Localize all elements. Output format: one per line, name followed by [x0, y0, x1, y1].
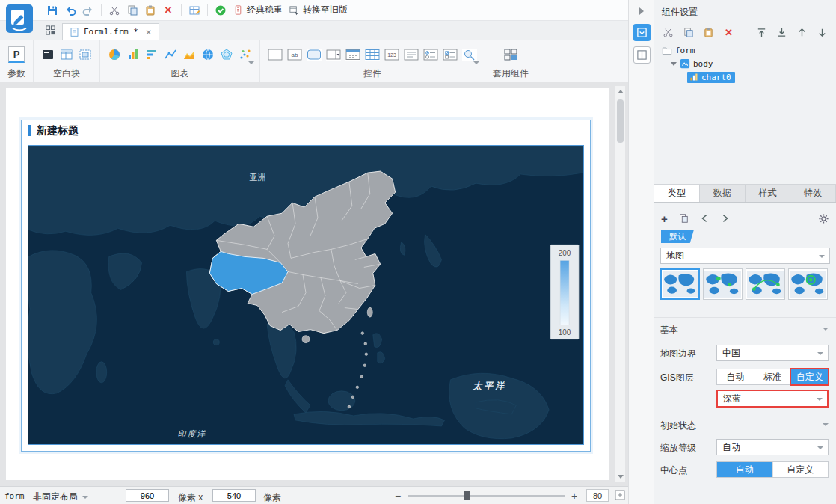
gis-standard-option[interactable]: 标准 — [754, 369, 792, 384]
query-widget-icon[interactable] — [462, 49, 477, 61]
form-width-input[interactable] — [126, 489, 169, 502]
move-to-bottom-button[interactable] — [775, 25, 789, 40]
map-subtype-point[interactable] — [703, 268, 743, 300]
zoom-value[interactable]: 80 — [586, 489, 609, 502]
scroll-up-icon[interactable] — [618, 90, 624, 93]
text-widget-icon[interactable]: ab — [287, 49, 302, 61]
form-body-selected[interactable]: 新建标题 — [21, 120, 591, 452]
chevron-down-icon[interactable] — [248, 61, 254, 75]
map-chart-icon[interactable] — [201, 48, 215, 61]
gear-icon[interactable] — [818, 213, 829, 224]
gis-auto-option[interactable]: 自动 — [717, 369, 754, 384]
form-settings-button[interactable] — [185, 1, 203, 19]
bar-chart-icon[interactable] — [145, 48, 159, 61]
chart-type-select[interactable]: 地图 — [660, 248, 830, 264]
layout-settings-toggle[interactable] — [633, 46, 651, 64]
canvas-vertical-scrollbar[interactable] — [615, 85, 626, 483]
fit-page-icon[interactable] — [615, 490, 625, 500]
zoom-in-button[interactable]: + — [571, 490, 577, 502]
center-custom-option[interactable]: 自定义 — [773, 462, 829, 477]
chevron-down-icon[interactable] — [823, 328, 829, 331]
preview-button[interactable] — [212, 1, 230, 19]
line-chart-icon[interactable] — [164, 48, 177, 61]
save-button[interactable] — [43, 1, 61, 19]
undo-button[interactable] — [61, 1, 79, 19]
label-widget-icon[interactable] — [268, 49, 283, 61]
reuse-component-icon[interactable] — [503, 48, 518, 61]
section-initial-state-header[interactable]: 初始状态 — [660, 420, 696, 432]
scroll-down-icon[interactable] — [618, 475, 624, 479]
tab-style[interactable]: 样式 — [746, 185, 791, 202]
radar-chart-icon[interactable] — [220, 48, 233, 61]
chevron-down-icon[interactable] — [473, 61, 479, 75]
map-subtype-flow[interactable] — [746, 268, 785, 300]
move-down-button[interactable] — [815, 25, 829, 40]
design-canvas[interactable]: 新建标题 — [0, 82, 628, 486]
paste-button[interactable] — [141, 1, 159, 19]
panel-copy-button[interactable] — [681, 25, 695, 40]
tree-item-body[interactable]: body — [654, 57, 836, 70]
pie-chart-icon[interactable] — [108, 48, 121, 61]
column-chart-icon[interactable] — [126, 48, 140, 61]
radio-group-widget-icon[interactable] — [423, 49, 438, 61]
report-block-icon[interactable] — [60, 48, 73, 61]
china-map-chart[interactable]: 亚洲 太平洋 印度洋 200 100 — [28, 146, 583, 444]
gis-custom-option-selected[interactable]: 自定义 — [791, 369, 828, 384]
move-up-button[interactable] — [795, 25, 809, 40]
layout-mode-dropdown[interactable]: 非固定布局 — [33, 491, 88, 503]
cut-button[interactable] — [105, 1, 123, 19]
scrollbar-thumb[interactable] — [617, 99, 624, 143]
tab-block-icon[interactable] — [41, 48, 55, 61]
tree-expander-icon[interactable] — [671, 62, 677, 66]
map-boundary-select[interactable]: 中国 — [716, 345, 829, 361]
combo-widget-icon[interactable] — [326, 49, 341, 61]
scatter-chart-icon[interactable] — [239, 48, 252, 61]
date-widget-icon[interactable] — [345, 49, 360, 61]
tab-type[interactable]: 类型 — [654, 185, 700, 202]
delete-button[interactable]: ✕ — [159, 1, 177, 19]
app-logo-icon[interactable] — [5, 3, 34, 36]
copy-button[interactable] — [123, 1, 141, 19]
arrow-right-icon[interactable] — [720, 213, 731, 224]
directory-icon[interactable] — [45, 25, 56, 36]
parameter-pane-icon[interactable]: P — [8, 46, 25, 63]
panel-cut-button[interactable] — [661, 25, 675, 40]
section-basic-header[interactable]: 基本 — [660, 324, 678, 336]
tree-item-chart0-selected[interactable]: chart0 — [654, 70, 836, 84]
copy-state-icon[interactable] — [678, 213, 689, 224]
map-subtype-heat[interactable] — [788, 268, 828, 300]
tab-effect[interactable]: 特效 — [790, 185, 836, 202]
number-widget-icon[interactable]: 123 — [384, 49, 399, 61]
convert-legacy-button[interactable]: 转换至旧版 — [286, 1, 351, 19]
chevron-down-icon[interactable] — [823, 423, 829, 426]
arrow-left-icon[interactable] — [699, 213, 710, 224]
area-chart-icon[interactable] — [182, 48, 196, 61]
add-state-button[interactable]: + — [661, 212, 668, 225]
absolute-block-icon[interactable] — [79, 48, 92, 61]
theme-button[interactable]: 经典稳重 — [230, 1, 286, 19]
gis-style-select[interactable]: 深蓝 — [716, 390, 829, 408]
form-page[interactable]: 新建标题 — [6, 88, 609, 480]
tree-item-form[interactable]: form — [654, 43, 836, 57]
map-subtype-area-selected[interactable] — [660, 268, 700, 300]
button-widget-icon[interactable] — [307, 49, 322, 61]
tab-data[interactable]: 数据 — [700, 185, 746, 202]
checkbox-group-widget-icon[interactable] — [443, 49, 458, 61]
form-height-input[interactable] — [212, 489, 256, 502]
textarea-widget-icon[interactable] — [404, 49, 419, 61]
panel-paste-button[interactable] — [701, 25, 716, 40]
document-tab-form1[interactable]: Form1.frm * × — [62, 23, 159, 40]
move-to-top-button[interactable] — [754, 25, 769, 40]
collapse-panel-icon[interactable] — [639, 7, 644, 15]
zoom-slider[interactable] — [408, 490, 565, 501]
map-chart-component[interactable]: 亚洲 太平洋 印度洋 200 100 — [28, 145, 584, 445]
component-settings-toggle[interactable] — [633, 24, 651, 41]
form-title-block[interactable]: 新建标题 — [22, 120, 590, 141]
zoom-slider-thumb[interactable] — [464, 491, 470, 500]
zoom-out-button[interactable]: − — [395, 490, 401, 502]
tab-close-icon[interactable]: × — [146, 26, 152, 37]
table-widget-icon[interactable] — [365, 49, 380, 61]
zoom-level-select[interactable]: 自动 — [716, 439, 829, 455]
center-auto-option-selected[interactable]: 自动 — [717, 462, 773, 477]
redo-button[interactable] — [79, 1, 97, 19]
